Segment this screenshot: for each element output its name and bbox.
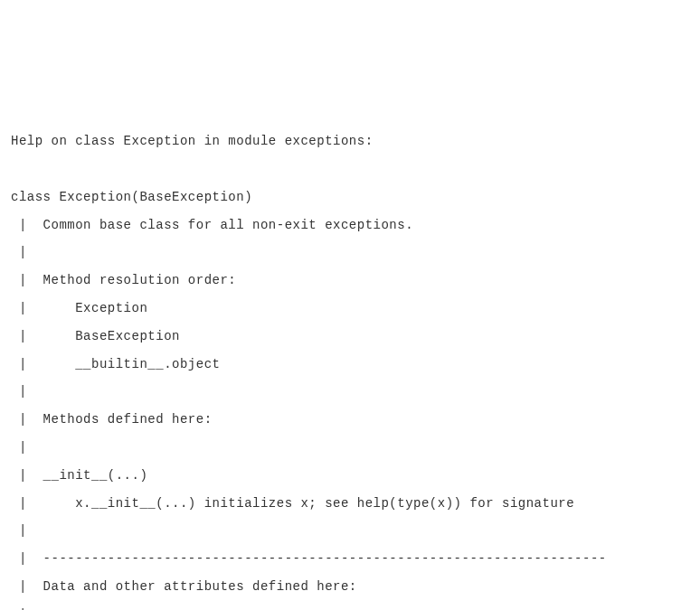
- help-line: | --------------------------------------…: [11, 545, 689, 573]
- help-line: |: [11, 601, 689, 610]
- help-line: | Data and other attributes defined here…: [11, 573, 689, 601]
- help-line: Help on class Exception in module except…: [11, 127, 689, 155]
- help-line: | __builtin__.object: [11, 351, 689, 379]
- help-line: | __init__(...): [11, 462, 689, 490]
- help-line: | Exception: [11, 295, 689, 323]
- help-line: |: [11, 434, 689, 462]
- help-output: Help on class Exception in module except…: [11, 127, 689, 610]
- help-line: class Exception(BaseException): [11, 183, 689, 211]
- help-line: [11, 155, 689, 183]
- help-line: | x.__init__(...) initializes x; see hel…: [11, 490, 689, 518]
- help-line: |: [11, 239, 689, 267]
- help-line: | Methods defined here:: [11, 406, 689, 434]
- help-line: | Method resolution order:: [11, 267, 689, 295]
- help-line: | BaseException: [11, 323, 689, 351]
- help-line: | Common base class for all non-exit exc…: [11, 211, 689, 239]
- help-line: |: [11, 378, 689, 406]
- help-line: |: [11, 517, 689, 545]
